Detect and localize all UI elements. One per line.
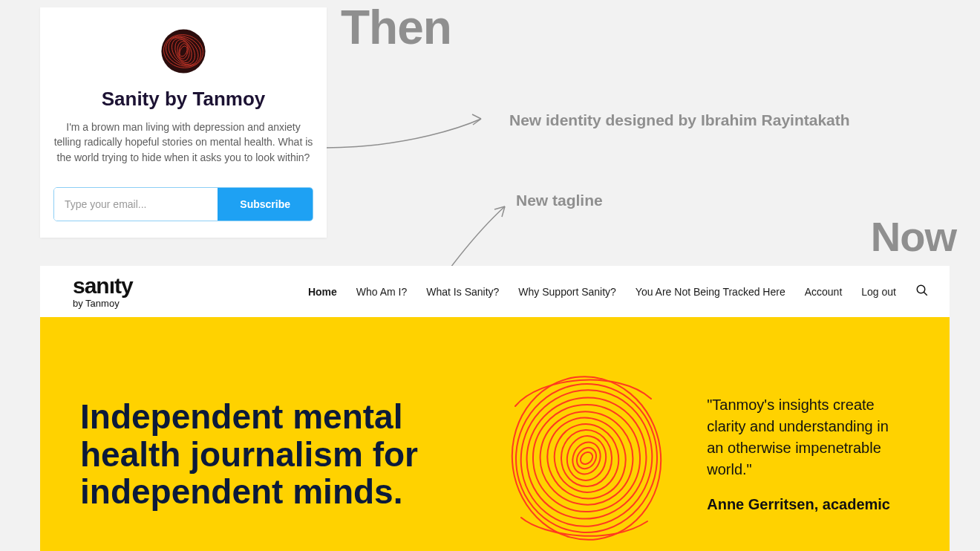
nav-what-is-sanity[interactable]: What Is Sanity? [426,286,499,298]
brand-logo[interactable]: sanıty by Tanmoy [73,275,133,308]
svg-point-9 [917,285,925,293]
svg-point-13 [505,374,668,541]
brand-byline: by Tanmoy [73,299,133,308]
nav-log-out[interactable]: Log out [861,286,896,298]
nav-account[interactable]: Account [805,286,843,298]
svg-point-14 [506,376,667,540]
then-label: Then [341,0,451,55]
subscribe-button[interactable]: Subscribe [218,188,313,221]
nav-who-am-i[interactable]: Who Am I? [356,286,407,298]
search-icon[interactable] [915,284,929,300]
annotation-identity: New identity designed by Ibrahim Rayinta… [509,111,850,129]
hero-quote: "Tanmoy's insights create clarity and un… [707,394,906,480]
hero-swirl-icon [477,362,692,547]
svg-point-17 [534,405,639,512]
old-title: Sanity by Tanmoy [50,88,316,111]
svg-point-15 [512,383,662,534]
svg-point-20 [564,433,610,483]
svg-point-0 [161,29,205,73]
svg-point-21 [568,438,605,478]
hero-quote-block: "Tanmoy's insights create clarity and un… [707,394,906,515]
old-logo-swirl-icon [156,24,211,79]
subscribe-form: Subscribe [53,187,313,221]
hero-tagline: Independent mental health journalism for… [80,398,462,511]
svg-point-16 [521,393,651,524]
email-input[interactable] [54,188,218,221]
now-label: Now [871,212,956,261]
svg-line-10 [924,292,927,296]
nav-list: Home Who Am I? What Is Sanity? Why Suppo… [308,286,896,298]
nav-home[interactable]: Home [308,286,337,298]
nav-why-support[interactable]: Why Support Sanity? [518,286,616,298]
svg-point-19 [561,429,613,487]
new-design-site: sanıty by Tanmoy Home Who Am I? What Is … [40,266,950,551]
hero-quote-attribution: Anne Gerritsen, academic [707,494,906,515]
brand-wordmark: sanıty [73,275,133,297]
nav-not-tracked[interactable]: You Are Not Being Tracked Here [636,286,785,298]
annotation-tagline: New tagline [516,192,603,209]
old-design-card: Sanity by Tanmoy I'm a brown man living … [40,7,327,238]
hero-section: Independent mental health journalism for… [40,317,950,551]
old-description: I'm a brown man living with depression a… [50,120,316,165]
main-nav: sanıty by Tanmoy Home Who Am I? What Is … [40,266,950,317]
